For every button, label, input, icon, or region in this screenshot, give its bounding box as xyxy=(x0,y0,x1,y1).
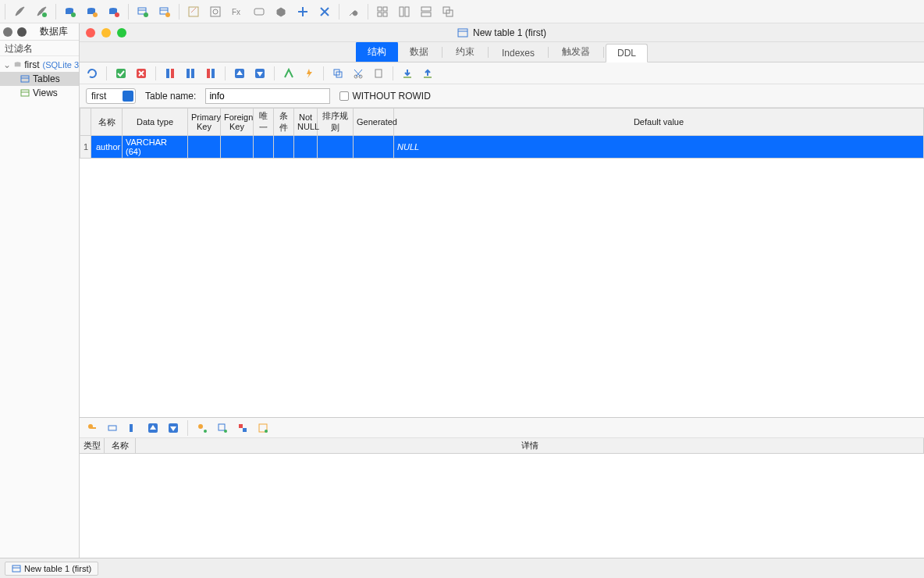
cell-default[interactable]: NULL xyxy=(394,136,924,159)
table-edit-icon[interactable] xyxy=(155,2,174,21)
cut-icon[interactable] xyxy=(350,66,366,81)
tab-triggers[interactable]: 触发器 xyxy=(550,41,602,62)
delete-column-icon[interactable] xyxy=(203,66,219,81)
svg-point-6 xyxy=(93,12,98,17)
paste-icon[interactable] xyxy=(371,66,386,81)
add-index-icon[interactable] xyxy=(281,66,297,81)
separator xyxy=(339,4,339,20)
cell-pk[interactable] xyxy=(188,136,221,159)
copy-icon[interactable] xyxy=(330,66,346,81)
sql-history-icon[interactable] xyxy=(206,2,225,21)
commit-icon[interactable] xyxy=(113,66,129,81)
cell-name[interactable]: author xyxy=(91,136,123,159)
db-remove-icon[interactable] xyxy=(105,2,123,21)
tab-indexes[interactable]: Indexes xyxy=(490,44,546,62)
minimize-window-icon[interactable] xyxy=(101,28,111,37)
add-unique-icon[interactable] xyxy=(125,420,140,436)
svg-rect-70 xyxy=(12,566,20,572)
col-hdr-generated[interactable]: Generated xyxy=(354,109,394,136)
add-collate-icon[interactable] xyxy=(235,420,251,436)
tab-data[interactable]: 数据 xyxy=(398,41,440,62)
svg-point-65 xyxy=(224,430,227,433)
close-window-icon[interactable] xyxy=(86,28,95,37)
db-select[interactable]: first xyxy=(86,88,136,104)
svg-rect-23 xyxy=(378,12,382,16)
tab-ddl[interactable]: DDL xyxy=(606,44,648,62)
expand-icon[interactable] xyxy=(293,2,312,21)
constraint-hdr-name[interactable]: 名称 xyxy=(105,438,136,453)
svg-rect-45 xyxy=(207,69,210,78)
refresh-icon[interactable] xyxy=(84,66,100,81)
layout-cascade-icon[interactable] xyxy=(439,2,457,21)
function-fx-icon[interactable]: Fx xyxy=(228,2,247,21)
export-icon[interactable] xyxy=(420,66,435,81)
feather-icon[interactable] xyxy=(10,2,29,21)
constraint-hdr-type[interactable]: 类型 xyxy=(80,438,105,453)
edit-column-icon[interactable] xyxy=(183,66,198,81)
table-row[interactable]: 1 author VARCHAR (64) NULL xyxy=(80,136,924,159)
chevron-down-icon[interactable]: ⌄ xyxy=(3,59,11,70)
cell-notnull[interactable] xyxy=(294,136,318,159)
add-trigger-icon[interactable] xyxy=(301,66,317,81)
tab-structure[interactable]: 结构 xyxy=(356,41,398,62)
constraints-body[interactable] xyxy=(80,454,924,558)
col-hdr-name[interactable]: 名称 xyxy=(91,109,123,136)
add-fk-icon[interactable] xyxy=(105,420,120,436)
cell-collate[interactable] xyxy=(318,136,354,159)
svg-rect-66 xyxy=(239,424,243,428)
col-hdr-datatype[interactable]: Data type xyxy=(123,109,188,136)
col-hdr-default[interactable]: Default value xyxy=(394,109,924,136)
cell-check[interactable] xyxy=(274,136,294,159)
col-hdr-fk[interactable]: Foreign Key xyxy=(221,109,254,136)
sidebar: 数据库 过滤名 ⌄ first (SQLite 3 Tables Views xyxy=(0,23,80,558)
add-check-icon[interactable] xyxy=(194,420,210,436)
constraint-up-icon[interactable] xyxy=(145,420,161,436)
minimize-panel-icon[interactable] xyxy=(17,27,27,37)
collation-icon[interactable] xyxy=(250,2,268,21)
db-add-icon[interactable] xyxy=(61,2,80,21)
col-hdr-collate[interactable]: 排序规则 xyxy=(318,109,354,136)
constraint-hdr-detail[interactable]: 详情 xyxy=(136,438,924,453)
col-hdr-pk[interactable]: Primary Key xyxy=(188,109,221,136)
col-hdr-notnull[interactable]: Not NULL xyxy=(294,109,318,136)
layout-grid-icon[interactable] xyxy=(373,2,392,21)
sidebar-filter-label[interactable]: 过滤名 xyxy=(0,41,79,56)
collapse-icon[interactable] xyxy=(315,2,334,21)
close-panel-icon[interactable] xyxy=(3,27,12,37)
tree-tables-node[interactable]: Tables xyxy=(0,72,79,86)
extension-icon[interactable] xyxy=(272,2,290,21)
cell-unique[interactable] xyxy=(254,136,274,159)
dock-tab[interactable]: New table 1 (first) xyxy=(5,562,98,576)
rollback-icon[interactable] xyxy=(133,66,149,81)
wrench-icon[interactable] xyxy=(344,2,363,21)
db-edit-icon[interactable] xyxy=(83,2,101,21)
svg-rect-54 xyxy=(403,77,411,78)
zoom-window-icon[interactable] xyxy=(117,28,126,37)
svg-point-18 xyxy=(213,9,218,14)
add-generated-icon[interactable] xyxy=(255,420,271,436)
table-name-input[interactable] xyxy=(205,88,330,104)
move-up-icon[interactable] xyxy=(232,66,247,81)
col-hdr-unique[interactable]: 唯一 xyxy=(254,109,274,136)
columns-table[interactable]: 名称 Data type Primary Key Foreign Key 唯一 … xyxy=(80,108,924,417)
move-down-icon[interactable] xyxy=(252,66,268,81)
tree-db-node[interactable]: ⌄ first (SQLite 3 xyxy=(0,58,79,72)
import-icon[interactable] xyxy=(400,66,415,81)
tree-views-node[interactable]: Views xyxy=(0,86,79,100)
cell-generated[interactable] xyxy=(354,136,394,159)
tab-constraints[interactable]: 约束 xyxy=(444,41,486,62)
table-add-icon[interactable] xyxy=(133,2,152,21)
layout-rows-icon[interactable] xyxy=(417,2,435,21)
feather-refresh-icon[interactable] xyxy=(32,2,51,21)
add-fk-constraint-icon[interactable] xyxy=(215,420,230,436)
separator xyxy=(155,66,156,80)
add-column-icon[interactable] xyxy=(162,66,178,81)
cell-fk[interactable] xyxy=(221,136,254,159)
sql-editor-icon[interactable] xyxy=(184,2,203,21)
without-rowid-checkbox[interactable]: WITHOUT ROWID xyxy=(339,91,430,102)
constraint-down-icon[interactable] xyxy=(165,420,181,436)
add-pk-icon[interactable] xyxy=(84,420,100,436)
layout-columns-icon[interactable] xyxy=(395,2,414,21)
cell-datatype[interactable]: VARCHAR (64) xyxy=(123,136,188,159)
col-hdr-check[interactable]: 条件 xyxy=(274,109,294,136)
